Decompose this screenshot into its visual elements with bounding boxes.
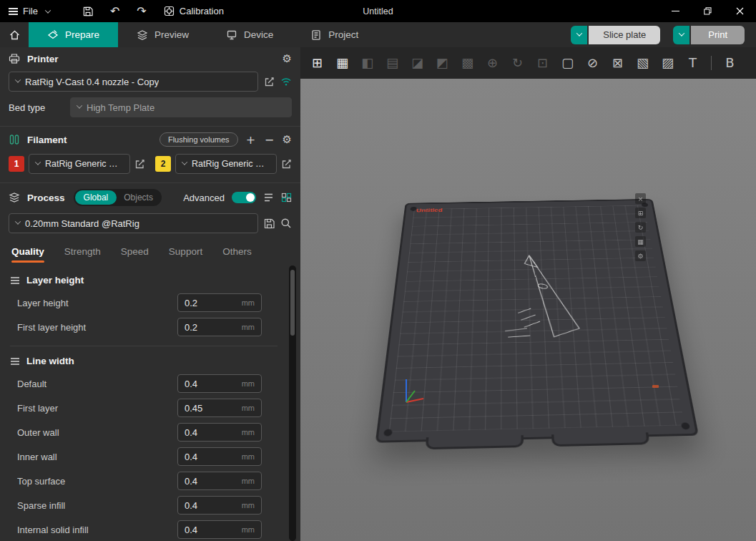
advanced-label: Advanced [183,192,225,203]
home-button[interactable] [0,22,29,47]
advanced-toggle[interactable] [232,192,256,203]
slice-plate-label: Slice plate [589,26,660,44]
lay-on-face-icon[interactable]: ▢ [559,57,576,69]
add-text-icon[interactable]: T [684,57,701,69]
setting-unit: mm [242,298,255,307]
process-tab-others[interactable]: Others [222,246,252,263]
preview-icon [137,29,148,41]
scope-objects-button[interactable]: Objects [117,190,160,205]
compare-presets-icon[interactable] [281,192,292,203]
edit-filament-1-icon[interactable] [134,159,145,170]
chevron-down-icon [45,7,51,13]
minimize-button[interactable] [659,0,692,22]
remove-filament-button[interactable]: − [264,133,275,147]
setting-value: 0.4 [185,525,242,535]
filament-settings-button[interactable]: ⚙ [283,133,292,146]
edit-printer-icon[interactable] [264,77,275,87]
save-button[interactable] [74,0,102,22]
setting-input[interactable]: 0.45mm [177,399,262,417]
process-tab-support[interactable]: Support [169,246,202,263]
add-filament-button[interactable]: + [245,133,257,147]
preset-list-icon[interactable] [263,192,274,203]
process-tab-quality[interactable]: Quality [11,246,44,263]
fill-bed-icon: ▩ [459,57,476,69]
connection-wifi-icon[interactable] [280,77,292,87]
redo-button[interactable]: ↷ [128,0,154,22]
print-button[interactable]: Print [673,26,745,44]
calibration-button[interactable]: Calibration [155,0,232,22]
setting-input[interactable]: 0.4mm [177,496,262,515]
setting-unit: mm [242,404,255,412]
setting-input[interactable]: 0.4mm [177,423,262,442]
setting-input[interactable]: 0.4mm [177,472,262,490]
process-section-header: Process Global Objects Advanced [0,183,300,212]
setting-input[interactable]: 0.4mm [177,520,262,539]
slice-options-dropdown[interactable] [571,26,589,44]
setting-input[interactable]: 0.2mm [177,318,262,336]
setting-unit: mm [242,379,255,388]
tab-prepare[interactable]: Prepare [29,22,118,47]
process-tab-speed[interactable]: Speed [121,246,149,263]
arrange-all-plates-icon[interactable]: ▦ [334,57,350,69]
plate-delete-icon[interactable]: × [635,193,646,204]
tab-device[interactable]: Device [207,22,292,47]
calibration-icon [164,6,175,16]
filament-2-value: RatRig Generic PLA [192,159,270,169]
setting-input[interactable]: 0.4mm [177,374,262,393]
filament-1-badge[interactable]: 1 [9,156,24,172]
mesh-boolean-icon[interactable]: ⊠ [609,57,626,69]
search-icon[interactable] [280,218,292,229]
print-button-label: Print [691,26,745,44]
assembly-view-icon[interactable]: B [722,57,738,69]
save-preset-icon[interactable] [264,218,275,229]
maximize-button[interactable] [692,0,724,22]
process-tab-strength[interactable]: Strength [64,246,101,263]
scrollbar-thumb[interactable] [290,270,295,336]
file-menu-label: File [23,6,38,16]
slice-plate-button[interactable]: Slice plate [571,26,660,44]
process-profile-select[interactable]: 0.20mm Standard @RatRig [9,213,258,233]
setting-row: Sparse infill0.4mm [0,493,288,517]
add-plate-icon[interactable]: ⊞ [309,57,325,69]
setting-label: Internal solid infill [17,525,177,535]
filament-1-select[interactable]: RatRig Generic PLA [29,154,130,174]
main-navbar: Prepare Preview Device Project Slice pla… [0,22,756,47]
viewport-3d[interactable]: Untitled ×⊞↻▦⚙ [300,79,756,541]
plate-lock-icon[interactable]: ▦ [635,236,646,247]
filament-2-badge[interactable]: 2 [155,156,171,172]
setting-label: Outer wall [17,427,177,438]
printer-settings-button[interactable]: ⚙ [283,52,292,65]
tab-project-label: Project [328,29,358,40]
support-paint-icon[interactable]: ▧ [634,57,651,69]
setting-value: 0.4 [185,476,242,487]
setting-row: First layer0.45mm [0,396,288,420]
model-wireframe[interactable] [502,252,600,351]
flushing-volumes-button[interactable]: Flushing volumes [159,132,238,147]
tab-project[interactable]: Project [292,22,377,47]
setting-value: 0.4 [185,427,242,438]
print-options-dropdown[interactable] [673,26,691,44]
filament-2-select[interactable]: RatRig Generic PLA [175,154,277,174]
setting-value: 0.2 [185,298,242,308]
tab-preview[interactable]: Preview [118,22,207,47]
process-tabs: QualityStrengthSpeedSupportOthers [0,238,300,265]
edit-filament-2-icon[interactable] [281,159,292,170]
undo-button[interactable]: ↶ [102,0,128,22]
plate-orient-icon[interactable]: ↻ [635,222,646,233]
printer-select[interactable]: RatRig V-Cast 0.4 nozzle - Copy [9,72,258,92]
split-to-objects-icon: ◪ [409,57,426,69]
plate-settings-icon[interactable]: ⚙ [635,250,646,261]
close-button[interactable] [724,0,756,22]
plate-arrange-icon[interactable]: ⊞ [635,208,646,218]
filament-section-title: Filament [27,135,67,145]
settings-scrollbar[interactable] [289,265,296,541]
scope-global-button[interactable]: Global [75,190,117,205]
setting-input[interactable]: 0.4mm [177,447,262,466]
cut-icon[interactable]: ⊘ [584,57,601,69]
file-menu[interactable]: File [0,0,59,22]
bed-type-select[interactable]: High Temp Plate [70,97,292,117]
seam-paint-icon[interactable]: ▨ [659,57,676,69]
setting-label: Layer height [17,298,177,308]
setting-input[interactable]: 0.2mm [177,293,262,312]
process-profile-row: 0.20mm Standard @RatRig [9,213,292,233]
